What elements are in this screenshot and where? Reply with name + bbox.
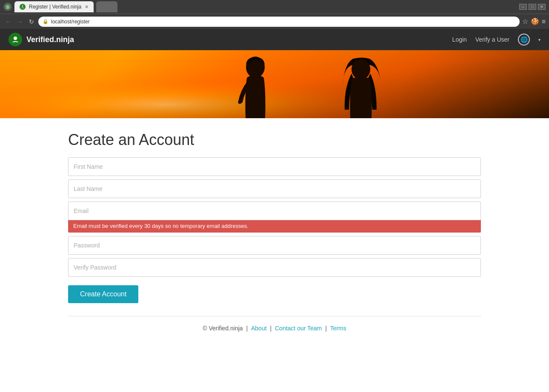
svg-point-3: [22, 6, 23, 7]
address-url: localhost/register: [51, 19, 90, 25]
footer-about-link[interactable]: About: [251, 325, 267, 332]
forward-button[interactable]: →: [15, 17, 25, 26]
footer-sep-2: |: [270, 325, 273, 332]
browser-titlebar: S Register | Verified.ninja ✕ ─ □ ✕: [0, 0, 549, 14]
create-account-button[interactable]: Create Account: [68, 285, 138, 303]
verify-password-group: [68, 258, 481, 277]
tab-favicon: [20, 4, 26, 10]
email-warning: Email must be verified every 30 days so …: [68, 219, 481, 233]
page-title: Create an Account: [68, 131, 481, 149]
footer-terms-link[interactable]: Terms: [330, 325, 346, 332]
language-selector[interactable]: 🌐: [518, 34, 530, 45]
tab-close-button[interactable]: ✕: [85, 4, 89, 10]
inactive-tab[interactable]: [96, 1, 117, 12]
first-name-input[interactable]: [68, 157, 481, 176]
app-window: Verified.ninja Login Verify a User 🌐 ▾: [0, 29, 549, 392]
browser-toolbar: ← → ↻ 🔒 localhost/register ☆ 🍪 ≡: [0, 14, 549, 29]
logo-icon: [9, 33, 22, 46]
browser-chrome: S Register | Verified.ninja ✕ ─ □ ✕ ← → …: [0, 0, 549, 29]
menu-button[interactable]: ≡: [542, 18, 546, 26]
first-name-group: [68, 157, 481, 176]
main-content: Create an Account Email must be verified…: [0, 118, 549, 353]
svg-rect-7: [0, 50, 549, 118]
footer: © Verified.ninja | About | Contact our T…: [68, 325, 481, 340]
footer-contact-link[interactable]: Contact our Team: [275, 325, 322, 332]
password-input[interactable]: [68, 236, 481, 255]
app-logo: Verified.ninja: [9, 33, 74, 46]
footer-copyright: © Verified.ninja: [203, 325, 243, 332]
address-bar[interactable]: 🔒 localhost/register: [38, 17, 520, 27]
password-group: [68, 236, 481, 255]
svg-text:S: S: [6, 5, 9, 9]
last-name-group: [68, 179, 481, 198]
cookie-button[interactable]: 🍪: [531, 17, 539, 26]
hero-banner: [0, 50, 549, 118]
svg-point-9: [352, 59, 370, 80]
app-nav: Verified.ninja Login Verify a User 🌐 ▾: [0, 29, 549, 50]
hero-silhouettes: [0, 50, 549, 118]
footer-sep-1: |: [246, 325, 249, 332]
verify-link[interactable]: Verify a User: [475, 36, 509, 43]
footer-divider: [68, 316, 481, 316]
address-lock-icon: 🔒: [43, 19, 49, 24]
verify-password-input[interactable]: [68, 258, 481, 277]
last-name-input[interactable]: [68, 179, 481, 198]
email-group: Email must be verified every 30 days so …: [68, 202, 481, 233]
language-dropdown-arrow: ▾: [538, 37, 540, 42]
back-button[interactable]: ←: [3, 17, 13, 26]
browser-app-icon: S: [3, 3, 12, 11]
bookmark-button[interactable]: ☆: [522, 17, 528, 26]
login-link[interactable]: Login: [452, 36, 467, 43]
window-controls: ─ □ ✕: [519, 4, 546, 10]
tab-title: Register | Verified.ninja: [29, 4, 81, 10]
active-tab[interactable]: Register | Verified.ninja ✕: [14, 1, 94, 12]
minimize-button[interactable]: ─: [519, 4, 527, 10]
email-input[interactable]: [68, 202, 481, 220]
maximize-button[interactable]: □: [529, 4, 536, 10]
refresh-button[interactable]: ↻: [27, 17, 36, 26]
nav-links: Login Verify a User 🌐 ▾: [452, 34, 540, 45]
svg-point-4: [14, 37, 17, 40]
toolbar-actions: ☆ 🍪 ≡: [522, 17, 546, 26]
footer-sep-3: |: [325, 325, 329, 332]
close-button[interactable]: ✕: [538, 4, 546, 10]
brand-name: Verified.ninja: [26, 35, 74, 44]
